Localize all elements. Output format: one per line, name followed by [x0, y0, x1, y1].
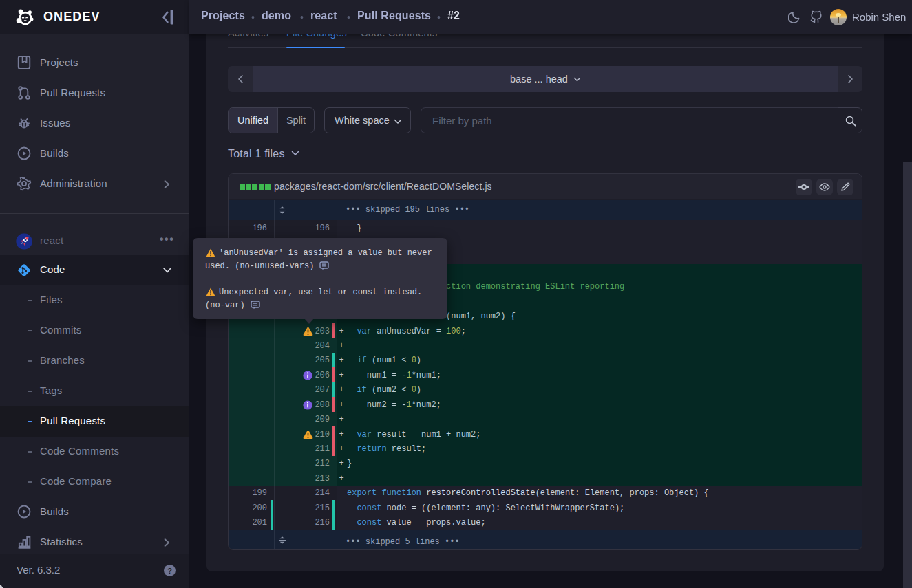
- svg-text:?: ?: [167, 567, 172, 575]
